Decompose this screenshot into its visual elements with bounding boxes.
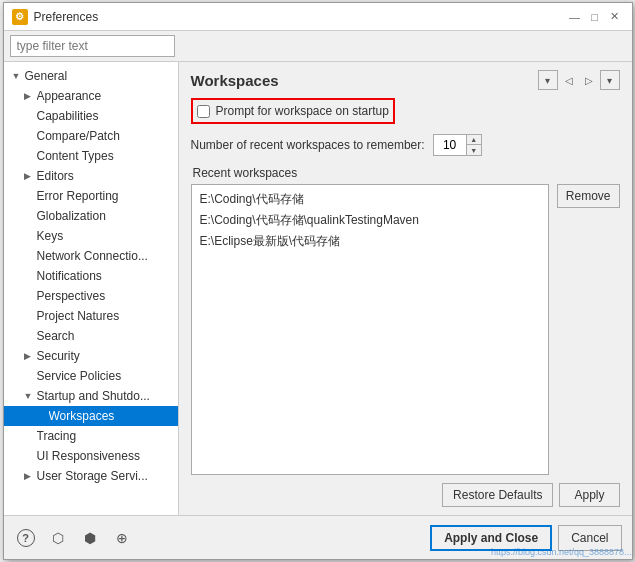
recent-item[interactable]: E:\Coding\代码存储\qualinkTestingMaven: [196, 210, 544, 231]
sidebar-label-content-types: Content Types: [37, 149, 114, 163]
tree-arrow-startup-shutdown: ▼: [24, 391, 34, 401]
titlebar-controls: — □ ✕: [566, 8, 624, 26]
recent-count-row: Number of recent workspaces to remember:…: [191, 134, 620, 156]
maximize-button[interactable]: □: [586, 8, 604, 26]
sidebar-item-compare-patch[interactable]: Compare/Patch: [4, 126, 178, 146]
recent-count-input-group: ▲ ▼: [433, 134, 482, 156]
sidebar-item-startup-shutdown[interactable]: ▼Startup and Shutdo...: [4, 386, 178, 406]
sidebar-label-workspaces: Workspaces: [49, 409, 115, 423]
sidebar-label-security: Security: [37, 349, 80, 363]
help-button[interactable]: ?: [14, 526, 38, 550]
import-icon: ⬢: [84, 530, 96, 546]
sidebar-label-editors: Editors: [37, 169, 74, 183]
dialog-title: Preferences: [34, 10, 99, 24]
sidebar-item-security[interactable]: ▶Security: [4, 346, 178, 366]
sidebar-item-keys[interactable]: Keys: [4, 226, 178, 246]
minimize-button[interactable]: —: [566, 8, 584, 26]
sidebar-item-content-types[interactable]: Content Types: [4, 146, 178, 166]
bottom-bar: ? ⬡ ⬢ ⊕ Apply and Close Cancel: [4, 515, 632, 559]
cancel-button[interactable]: Cancel: [558, 525, 621, 551]
spinner-up-button[interactable]: ▲: [467, 135, 481, 145]
import-button[interactable]: ⬢: [78, 526, 102, 550]
spinner-down-button[interactable]: ▼: [467, 145, 481, 155]
sidebar-item-general[interactable]: ▼General: [4, 66, 178, 86]
nav-menu-button[interactable]: ▾: [600, 70, 620, 90]
sidebar-item-tracing[interactable]: Tracing: [4, 426, 178, 446]
sidebar-label-globalization: Globalization: [37, 209, 106, 223]
sidebar-tree: ▼General▶AppearanceCapabilitiesCompare/P…: [4, 66, 178, 486]
sidebar-item-workspaces[interactable]: Workspaces: [4, 406, 178, 426]
sidebar-item-project-natures[interactable]: Project Natures: [4, 306, 178, 326]
titlebar: ⚙ Preferences — □ ✕: [4, 3, 632, 31]
sidebar-item-error-reporting[interactable]: Error Reporting: [4, 186, 178, 206]
sidebar-item-user-storage[interactable]: ▶User Storage Servi...: [4, 466, 178, 486]
prompt-checkbox-label: Prompt for workspace on startup: [216, 104, 389, 118]
close-button[interactable]: ✕: [606, 8, 624, 26]
tree-arrow-editors: ▶: [24, 171, 34, 181]
prompt-checkbox[interactable]: [197, 105, 210, 118]
sidebar-label-notifications: Notifications: [37, 269, 102, 283]
tree-arrow-user-storage: ▶: [24, 471, 34, 481]
bottom-left-buttons: ? ⬡ ⬢ ⊕: [14, 526, 134, 550]
sidebar-label-network-connections: Network Connectio...: [37, 249, 148, 263]
nav-buttons: ▾ ◁ ▷ ▾: [538, 70, 620, 90]
anchor-button[interactable]: ⊕: [110, 526, 134, 550]
tree-arrow-general: ▼: [12, 71, 22, 81]
nav-back-button[interactable]: ◁: [560, 71, 578, 89]
tree-arrow-appearance: ▶: [24, 91, 34, 101]
recent-workspaces-container: E:\Coding\代码存储E:\Coding\代码存储\qualinkTest…: [191, 184, 620, 475]
content-title: Workspaces: [191, 72, 279, 89]
recent-item[interactable]: E:\Coding\代码存储: [196, 189, 544, 210]
preferences-dialog: ⚙ Preferences — □ ✕ ▼General▶AppearanceC…: [3, 2, 633, 560]
recent-workspaces-label: Recent workspaces: [193, 166, 620, 180]
export-icon: ⬡: [52, 530, 64, 546]
sidebar-label-tracing: Tracing: [37, 429, 77, 443]
dialog-icon: ⚙: [12, 9, 28, 25]
sidebar: ▼General▶AppearanceCapabilitiesCompare/P…: [4, 62, 179, 515]
restore-defaults-button[interactable]: Restore Defaults: [442, 483, 553, 507]
titlebar-left: ⚙ Preferences: [12, 9, 99, 25]
nav-forward-button[interactable]: ▷: [580, 71, 598, 89]
filter-input[interactable]: [10, 35, 175, 57]
content-apply-button[interactable]: Apply: [559, 483, 619, 507]
sidebar-label-compare-patch: Compare/Patch: [37, 129, 120, 143]
sidebar-label-project-natures: Project Natures: [37, 309, 120, 323]
tree-arrow-security: ▶: [24, 351, 34, 361]
sidebar-label-search: Search: [37, 329, 75, 343]
recent-item[interactable]: E:\Eclipse最新版\代码存储: [196, 231, 544, 252]
number-spinners: ▲ ▼: [466, 135, 481, 155]
sidebar-label-perspectives: Perspectives: [37, 289, 106, 303]
sidebar-label-startup-shutdown: Startup and Shutdo...: [37, 389, 150, 403]
sidebar-label-ui-responsiveness: UI Responsiveness: [37, 449, 140, 463]
sidebar-label-appearance: Appearance: [37, 89, 102, 103]
filter-row: [4, 31, 632, 62]
sidebar-item-network-connections[interactable]: Network Connectio...: [4, 246, 178, 266]
export-button[interactable]: ⬡: [46, 526, 70, 550]
remove-button[interactable]: Remove: [557, 184, 620, 208]
bottom-right-buttons: Apply and Close Cancel: [430, 525, 621, 551]
sidebar-item-service-policies[interactable]: Service Policies: [4, 366, 178, 386]
content-bottom-row: Restore Defaults Apply: [191, 483, 620, 507]
recent-workspaces-list: E:\Coding\代码存储E:\Coding\代码存储\qualinkTest…: [191, 184, 549, 475]
sidebar-item-globalization[interactable]: Globalization: [4, 206, 178, 226]
content-panel: Workspaces ▾ ◁ ▷ ▾ Prompt for workspace …: [179, 62, 632, 515]
prompt-checkbox-row: Prompt for workspace on startup: [191, 98, 395, 124]
sidebar-item-perspectives[interactable]: Perspectives: [4, 286, 178, 306]
sidebar-item-capabilities[interactable]: Capabilities: [4, 106, 178, 126]
sidebar-item-notifications[interactable]: Notifications: [4, 266, 178, 286]
nav-dropdown-button[interactable]: ▾: [538, 70, 558, 90]
help-icon: ?: [17, 529, 35, 547]
main-area: ▼General▶AppearanceCapabilitiesCompare/P…: [4, 62, 632, 515]
sidebar-label-capabilities: Capabilities: [37, 109, 99, 123]
sidebar-item-editors[interactable]: ▶Editors: [4, 166, 178, 186]
content-header: Workspaces ▾ ◁ ▷ ▾: [191, 70, 620, 90]
sidebar-label-keys: Keys: [37, 229, 64, 243]
sidebar-label-user-storage: User Storage Servi...: [37, 469, 148, 483]
anchor-icon: ⊕: [116, 530, 128, 546]
sidebar-item-appearance[interactable]: ▶Appearance: [4, 86, 178, 106]
sidebar-item-search[interactable]: Search: [4, 326, 178, 346]
sidebar-label-error-reporting: Error Reporting: [37, 189, 119, 203]
recent-count-input[interactable]: [434, 135, 466, 155]
sidebar-item-ui-responsiveness[interactable]: UI Responsiveness: [4, 446, 178, 466]
apply-and-close-button[interactable]: Apply and Close: [430, 525, 552, 551]
